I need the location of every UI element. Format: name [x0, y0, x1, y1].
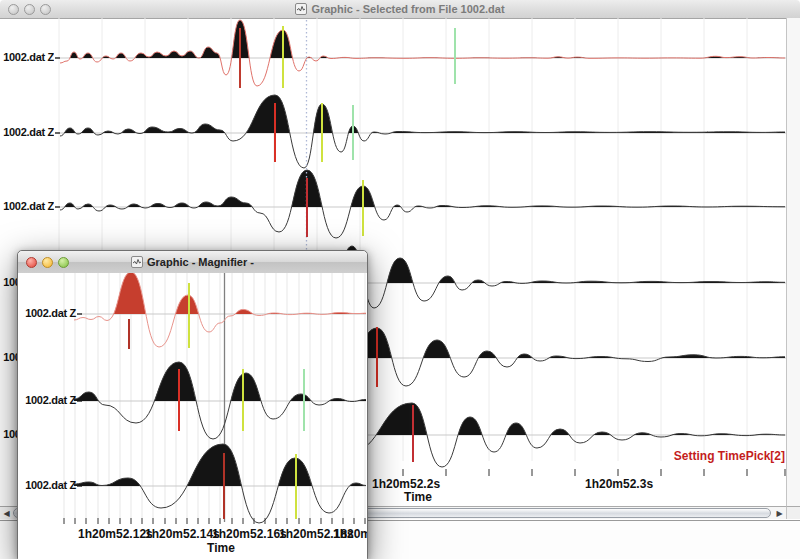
document-icon[interactable]	[131, 256, 143, 268]
magnifier-window: Graphic - Magnifier - 1002.dat Z 1002.da…	[17, 250, 368, 559]
main-window-title-area: Graphic - Selected from File 1002.dat	[0, 0, 800, 18]
mag-x-tick-label-1: 1h20m52.12s	[78, 527, 153, 541]
waveform-fill	[60, 170, 785, 238]
waveform-trace	[60, 170, 785, 238]
waveform-trace	[340, 328, 785, 386]
mag-x-axis-title: Time	[196, 541, 246, 555]
trace-label-1: 1002.dat Z	[0, 51, 54, 63]
waveform-fill	[330, 246, 785, 308]
status-message: Setting TimePick[2]	[630, 449, 785, 463]
waveform-trace	[60, 20, 785, 86]
waveform-fill	[60, 20, 785, 86]
main-x-tick-label-1: 1h20m52.2s	[372, 477, 440, 491]
trace-label-2: 1002.dat Z	[0, 126, 54, 138]
vertical-scrollbar[interactable]	[786, 18, 800, 506]
screen: Graphic - Selected from File 1002.dat 10…	[0, 0, 800, 559]
mag-trace-label-1: 1002.dat Z	[21, 307, 76, 319]
waveform-trace	[60, 95, 785, 168]
main-window-title: Graphic - Selected from File 1002.dat	[311, 3, 504, 15]
mag-trace-label-2: 1002.dat Z	[21, 394, 76, 406]
scroll-left-arrow-icon[interactable]: ◀	[0, 507, 13, 519]
scrollbar-corner	[786, 506, 800, 519]
mag-x-tick-label-3: 1h20m52.16s	[212, 527, 287, 541]
main-x-axis-title: Time	[393, 490, 443, 504]
document-icon[interactable]	[295, 3, 307, 15]
magnifier-title-area: Graphic - Magnifier -	[18, 251, 367, 273]
magnifier-titlebar[interactable]: Graphic - Magnifier -	[18, 251, 367, 274]
trace-label-3: 1002.dat Z	[0, 200, 54, 212]
mag-x-tick-label-2: 1h20m52.14s	[145, 527, 220, 541]
mag-trace-label-3: 1002.dat Z	[21, 479, 76, 491]
scroll-right-arrow-icon[interactable]: ▶	[773, 507, 786, 519]
magnifier-content: 1002.dat Z 1002.dat Z 1002.dat Z 1h20m52…	[18, 273, 367, 559]
main-window-titlebar[interactable]: Graphic - Selected from File 1002.dat	[0, 0, 800, 19]
mag-x-tick-label-5: 1h20m52	[333, 527, 367, 541]
main-x-tick-label-2: 1h20m52.3s	[585, 477, 653, 491]
magnifier-window-title: Graphic - Magnifier -	[147, 256, 254, 268]
